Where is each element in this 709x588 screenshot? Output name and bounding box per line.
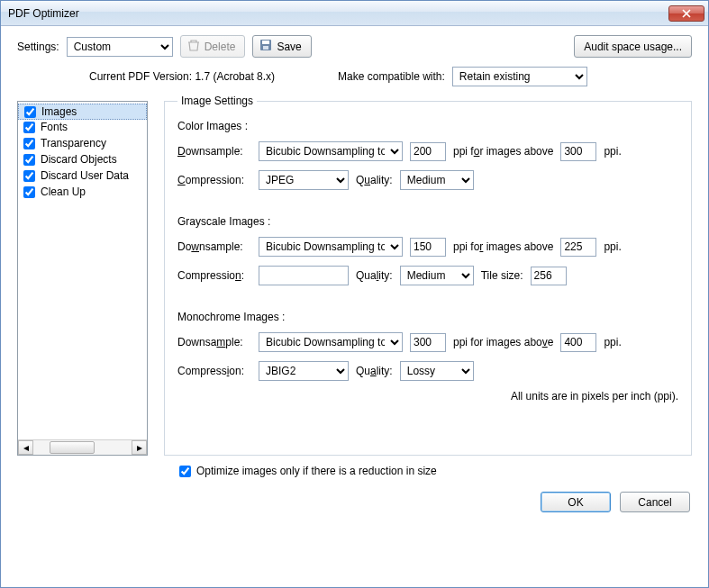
svg-rect-1 bbox=[262, 41, 269, 44]
gray-ppi-input[interactable] bbox=[410, 238, 446, 257]
optimize-only-label: Optimize images only if there is a reduc… bbox=[196, 465, 437, 477]
window-title: PDF Optimizer bbox=[8, 7, 668, 20]
gray-downsample-combo[interactable]: Bicubic Downsampling to bbox=[259, 237, 403, 257]
category-check-discard-user-data[interactable] bbox=[23, 170, 35, 182]
close-icon bbox=[682, 9, 691, 18]
scroll-thumb[interactable] bbox=[50, 441, 95, 454]
category-label: Clean Up bbox=[41, 185, 86, 198]
svg-rect-2 bbox=[263, 46, 268, 50]
category-check-fonts[interactable] bbox=[23, 122, 35, 133]
mono-above-input[interactable] bbox=[560, 333, 596, 352]
category-item-clean-up[interactable]: Clean Up bbox=[18, 184, 147, 200]
category-label: Images bbox=[41, 105, 77, 118]
color-compression-combo[interactable]: JPEG bbox=[259, 170, 349, 190]
ppi-suffix: ppi. bbox=[604, 145, 621, 158]
category-check-transparency[interactable] bbox=[23, 138, 35, 149]
audit-button[interactable]: Audit space usage... bbox=[574, 35, 692, 58]
optimize-only-checkbox[interactable] bbox=[179, 466, 191, 477]
gray-quality-combo[interactable]: Medium bbox=[400, 266, 474, 285]
gray-above-label: ppi for images above bbox=[453, 240, 553, 253]
ppi-suffix: ppi. bbox=[604, 240, 621, 253]
mono-quality-label: Quality: bbox=[356, 365, 393, 377]
color-compression-label: Compression: bbox=[177, 174, 251, 186]
scroll-right-icon[interactable]: ▸ bbox=[132, 440, 147, 455]
mono-quality-combo[interactable]: Lossy bbox=[400, 361, 474, 381]
mono-compression-combo[interactable]: JBIG2 bbox=[259, 361, 349, 381]
category-check-clean-up[interactable] bbox=[23, 186, 35, 198]
category-item-discard-objects[interactable]: Discard Objects bbox=[18, 151, 147, 167]
mono-downsample-combo[interactable]: Bicubic Downsampling to bbox=[259, 332, 403, 352]
gray-above-input[interactable] bbox=[560, 238, 596, 257]
category-label: Discard Objects bbox=[41, 153, 117, 166]
mono-compression-label: Compression: bbox=[177, 365, 251, 377]
category-check-images[interactable] bbox=[24, 106, 36, 118]
compat-combo[interactable]: Retain existing bbox=[452, 67, 587, 86]
category-label: Discard User Data bbox=[41, 169, 129, 182]
delete-button[interactable]: Delete bbox=[180, 35, 246, 58]
mono-ppi-input[interactable] bbox=[410, 333, 446, 352]
color-quality-label: Quality: bbox=[356, 174, 393, 186]
category-check-discard-objects[interactable] bbox=[23, 154, 35, 166]
gray-tile-label: Tile size: bbox=[481, 269, 523, 282]
gray-tile-input[interactable] bbox=[531, 267, 567, 285]
category-item-discard-user-data[interactable]: Discard User Data bbox=[18, 167, 147, 184]
color-quality-combo[interactable]: Medium bbox=[400, 170, 474, 190]
current-version-label: Current PDF Version: 1.7 (Acrobat 8.x) bbox=[89, 70, 275, 83]
category-item-transparency[interactable]: Transparency bbox=[18, 135, 147, 151]
category-label: Fonts bbox=[41, 121, 68, 133]
category-listbox[interactable]: Images Fonts Transparency Discard Object… bbox=[17, 101, 148, 456]
gray-quality-label: Quality: bbox=[356, 269, 393, 282]
trash-icon bbox=[186, 38, 201, 55]
settings-combo[interactable]: Custom bbox=[67, 37, 173, 57]
gray-compression-label: Compression: bbox=[177, 269, 251, 282]
gray-compression-combo[interactable]: JPEG2000 bbox=[259, 266, 349, 285]
mono-above-label: ppi for images above bbox=[453, 336, 553, 348]
list-hscrollbar[interactable]: ◂ ▸ bbox=[18, 439, 147, 455]
gray-downsample-label: Downsample: bbox=[177, 240, 251, 253]
compat-label: Make compatible with: bbox=[338, 70, 445, 83]
settings-label: Settings: bbox=[17, 41, 59, 53]
color-downsample-label: Downsample: bbox=[177, 145, 251, 158]
cancel-button[interactable]: Cancel bbox=[620, 492, 690, 512]
color-ppi-input[interactable] bbox=[410, 142, 446, 161]
category-item-fonts[interactable]: Fonts bbox=[18, 119, 147, 135]
scroll-left-icon[interactable]: ◂ bbox=[18, 440, 33, 455]
color-heading: Color Images : bbox=[177, 120, 678, 132]
save-icon bbox=[259, 38, 273, 55]
save-button[interactable]: Save bbox=[252, 35, 311, 58]
ppi-suffix: ppi. bbox=[604, 336, 621, 348]
close-button[interactable] bbox=[668, 5, 704, 22]
units-footnote: All units are in pixels per inch (ppi). bbox=[177, 390, 678, 403]
category-item-images[interactable]: Images bbox=[18, 104, 147, 120]
panel-title: Image Settings bbox=[177, 95, 257, 107]
mono-downsample-label: Downsample: bbox=[177, 336, 251, 348]
category-label: Transparency bbox=[41, 137, 106, 149]
color-above-label: ppi for images above bbox=[453, 145, 553, 158]
titlebar: PDF Optimizer bbox=[1, 1, 708, 26]
save-label: Save bbox=[277, 41, 301, 53]
color-above-input[interactable] bbox=[560, 142, 596, 161]
color-downsample-combo[interactable]: Bicubic Downsampling to bbox=[259, 141, 403, 161]
gray-heading: Grayscale Images : bbox=[177, 215, 678, 228]
delete-label: Delete bbox=[205, 41, 236, 53]
mono-heading: Monochrome Images : bbox=[177, 311, 678, 323]
image-settings-group: Image Settings Color Images : Downsample… bbox=[164, 101, 692, 456]
ok-button[interactable]: OK bbox=[541, 492, 611, 512]
